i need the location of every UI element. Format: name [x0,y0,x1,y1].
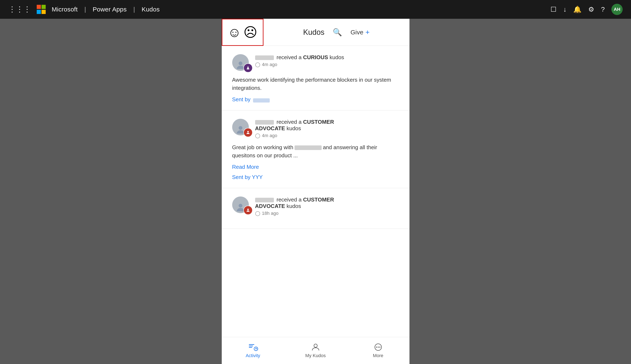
kudo-meta: received a CUSTOMERADVOCATE kudos ◯ 4m a… [255,119,334,138]
give-plus-icon: + [365,28,370,36]
svg-rect-5 [249,344,254,345]
search-icon[interactable]: 🔍 [333,28,342,37]
happy-emoji[interactable]: ☺ [228,26,241,39]
screen-share-icon[interactable]: ☐ [550,6,556,13]
sad-emoji[interactable]: ☹ [244,26,257,39]
notification-icon[interactable]: 🔔 [573,6,581,13]
timestamp-value: 18h ago [262,211,279,216]
more-icon [374,343,383,351]
nav-item-activity[interactable]: Activity [222,337,284,364]
svg-rect-6 [249,346,253,346]
clock-icon: ◯ [255,133,260,138]
kudos-title: Kudos [303,28,324,37]
app-header: ☺ ☹ Kudos 🔍 Give + [222,19,409,46]
kudo-badge-icon: ♟ [244,63,253,72]
svg-rect-7 [249,347,252,348]
help-icon[interactable]: ? [601,6,605,13]
timestamp-value: 4m ago [262,62,277,67]
svg-point-15 [377,346,379,348]
sender-name-redacted [253,98,270,102]
give-button[interactable]: Give + [350,28,370,36]
svg-point-12 [314,344,317,347]
svg-point-3 [239,204,242,208]
kudo-meta: received a CUSTOMERADVOCATE kudos ◯ 18h … [255,196,334,216]
kudo-recipient-line: received a CURIOUS kudos [255,54,344,61]
avatar-wrapper [232,196,251,213]
emoji-selection-box[interactable]: ☺ ☹ [222,19,264,46]
activity-icon [248,343,258,351]
nav-item-my-kudos[interactable]: My Kudos [284,337,347,364]
kudo-meta: received a CURIOUS kudos ◯ 4m ago [255,54,344,67]
microsoft-logo [37,5,46,14]
sub-title: Kudos [142,6,160,13]
kudo-timestamp: ◯ 18h ago [255,211,334,216]
read-more-link[interactable]: Read More [232,164,399,170]
nav-item-more[interactable]: More [347,337,409,364]
app-panel: ☺ ☹ Kudos 🔍 Give + [222,19,409,364]
kudo-badge-icon [244,206,253,215]
kudo-timestamp: ◯ 4m ago [255,62,344,67]
kudo-badge-icon [244,128,253,137]
svg-point-4 [247,209,249,210]
kudo-type: CURIOUS [303,54,328,60]
sent-by-label: Sent by [232,96,251,102]
kudos-feed: ♟ received a CURIOUS kudos ◯ 4m ago [222,46,409,337]
svg-point-1 [239,126,242,130]
avatar-wrapper: ♟ [232,54,251,71]
svg-point-0 [239,62,242,65]
kudo-card: ♟ received a CURIOUS kudos ◯ 4m ago [222,46,409,110]
sent-by-label: Sent by YYY [232,174,263,180]
sub-separator: | [133,6,135,13]
topbar: ⋮⋮⋮ Microsoft | Power Apps | Kudos ☐ ↓ 🔔… [0,0,631,19]
kudo-timestamp: ◯ 4m ago [255,133,334,138]
svg-point-2 [247,131,249,132]
timestamp-value: 4m ago [262,133,277,138]
waffle-icon[interactable]: ⋮⋮⋮ [8,5,31,14]
kudo-card: received a CUSTOMERADVOCATE kudos ◯ 18h … [222,188,409,229]
body-redacted [295,146,322,150]
sent-by-line: Sent by YYY [232,174,399,180]
kudo-recipient-line: received a CUSTOMERADVOCATE kudos [255,119,334,132]
recipient-name-redacted [255,120,274,124]
recipient-name-redacted [255,56,274,60]
nav-label-more: More [373,353,383,358]
svg-point-16 [379,346,380,348]
user-avatar[interactable]: AH [611,4,623,15]
svg-point-14 [376,346,377,348]
clock-icon: ◯ [255,62,260,67]
kudo-body: Awesome work identifying the performance… [232,76,399,92]
give-label: Give [350,29,363,36]
kudo-card: received a CUSTOMERADVOCATE kudos ◯ 4m a… [222,110,409,188]
nav-label-activity: Activity [246,353,260,358]
recipient-name-redacted [255,198,274,202]
main-area: ☺ ☹ Kudos 🔍 Give + [0,19,631,364]
download-icon[interactable]: ↓ [563,6,566,13]
settings-icon[interactable]: ⚙ [588,6,594,13]
nav-label-my-kudos: My Kudos [305,353,326,358]
app-title: Power Apps [93,6,127,13]
clock-icon: ◯ [255,211,260,216]
kudo-recipient-line: received a CUSTOMERADVOCATE kudos [255,196,334,210]
kudo-body: Great job on working withand answering a… [232,143,399,160]
bottom-nav: Activity My Kudos [222,337,409,364]
sent-by-line: Sent by [232,96,399,103]
title-separator: | [84,6,86,13]
microsoft-label: Microsoft [52,6,78,13]
avatar-wrapper [232,119,251,136]
my-kudos-icon [311,343,320,351]
